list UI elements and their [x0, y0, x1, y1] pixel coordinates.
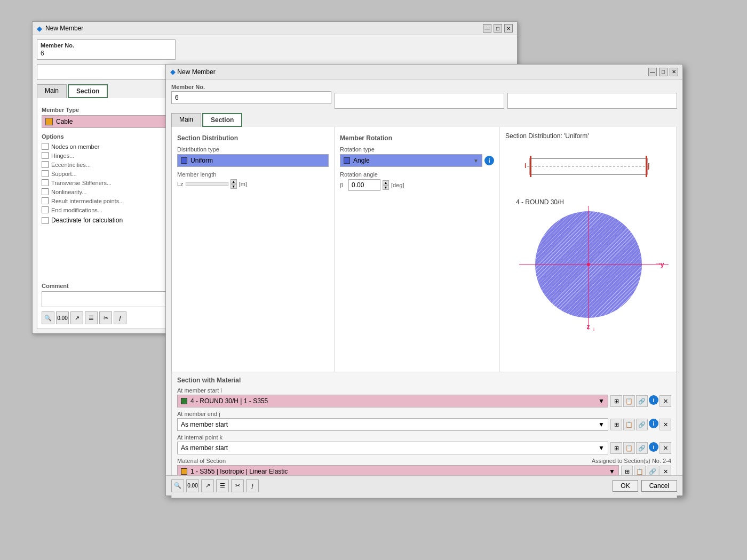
- at-internal-tool-5[interactable]: ✕: [659, 442, 671, 454]
- rotation-type-row: Angle ▼ i: [340, 154, 494, 167]
- bg-cb-support-box[interactable]: [42, 170, 49, 177]
- material-value: 1 - S355 | Isotropic | Linear Elastic: [190, 468, 288, 475]
- dist-type-swatch: [181, 157, 187, 164]
- rotation-type-dropdown[interactable]: Angle ▼: [340, 154, 482, 167]
- bg-member-no-value[interactable]: 6: [41, 50, 172, 57]
- main-tabs: Main Section: [171, 113, 677, 127]
- axis-z-arrow: ↓: [593, 326, 595, 332]
- at-end-value: As member start: [181, 421, 228, 428]
- main-bottom-zero[interactable]: 0.00: [186, 479, 199, 492]
- at-internal-row: At internal point k As member start ▼ ⊞ …: [177, 434, 671, 454]
- bg-title-bar: ◆ New Member — □ ✕: [33, 22, 517, 35]
- at-internal-tool-3[interactable]: 🔗: [636, 442, 648, 454]
- rotation-type-label: Rotation type: [340, 146, 494, 153]
- at-end-tool-1[interactable]: ⊞: [610, 419, 622, 430]
- material-assigned: Assigned to Section(s) No. 2-4: [592, 458, 671, 464]
- at-internal-select[interactable]: As member start ▼: [177, 442, 608, 454]
- at-start-row: At member start i 4 - ROUND 30/H | 1 - S…: [177, 387, 671, 407]
- bg-cb-ecc-box[interactable]: [42, 161, 49, 168]
- at-internal-info[interactable]: i: [649, 442, 658, 452]
- bg-cable-value: Cable: [56, 118, 73, 125]
- at-start-tool-3[interactable]: 🔗: [636, 395, 648, 407]
- svg-rect-5: [646, 156, 647, 177]
- bg-cable-dropdown[interactable]: Cable ▼: [42, 115, 180, 128]
- lz-input[interactable]: [186, 182, 228, 186]
- main-bottom-function[interactable]: ƒ: [246, 479, 259, 492]
- at-end-tool-5[interactable]: ✕: [659, 419, 671, 430]
- bg-minimize-button[interactable]: —: [483, 24, 491, 33]
- bg-icon-scissors[interactable]: ✂: [99, 311, 112, 324]
- main-content: Member No. 6 Main Section Section Distri…: [166, 79, 682, 502]
- bg-deactivate-cb[interactable]: [42, 217, 49, 224]
- lz-spin-down[interactable]: ▼: [231, 184, 237, 189]
- at-end-tool-2[interactable]: 📋: [623, 419, 635, 430]
- main-bottom-arrow[interactable]: ↗: [201, 479, 214, 492]
- cancel-button[interactable]: Cancel: [641, 480, 677, 492]
- bg-icon-table[interactable]: ☰: [85, 311, 98, 324]
- bg-icon-zero[interactable]: 0.00: [56, 311, 69, 324]
- bg-cb-result-box[interactable]: [42, 197, 49, 204]
- main-tab-body: Section Distribution Distribution type U…: [171, 127, 677, 372]
- bg-title-controls[interactable]: — □ ✕: [483, 24, 513, 33]
- bg-cb-support-label: Support...: [51, 171, 77, 177]
- bg-cb-stiff-box[interactable]: [42, 179, 49, 186]
- at-start-info[interactable]: i: [649, 395, 658, 405]
- bg-cb-hinges-box[interactable]: [42, 152, 49, 159]
- bg-tab-section[interactable]: Section: [68, 84, 108, 98]
- rotation-info-btn[interactable]: i: [484, 156, 494, 165]
- ok-button[interactable]: OK: [613, 480, 638, 492]
- rotation-type-swatch: [344, 157, 350, 164]
- beta-spin-down[interactable]: ▼: [383, 185, 389, 190]
- at-end-select[interactable]: As member start ▼: [177, 418, 608, 431]
- rotation-type-value: Angle: [353, 157, 370, 164]
- dist-type-row: Uniform: [177, 154, 329, 167]
- at-internal-label: At internal point k: [177, 434, 671, 441]
- main-close-button[interactable]: ✕: [670, 68, 678, 76]
- dist-type-dropdown[interactable]: Uniform: [177, 154, 329, 167]
- main-bottom-scissors[interactable]: ✂: [231, 479, 244, 492]
- bg-comment-box[interactable]: [42, 291, 180, 307]
- at-end-label: At member end j: [177, 411, 671, 417]
- main-tab-section[interactable]: Section: [202, 113, 242, 127]
- main-minimize-button[interactable]: —: [648, 68, 657, 76]
- beta-spin-up[interactable]: ▲: [383, 180, 389, 185]
- at-start-select[interactable]: 4 - ROUND 30/H | 1 - S355 ▼: [177, 395, 608, 407]
- bg-icon-search[interactable]: 🔍: [42, 311, 54, 324]
- bg-icon-function[interactable]: ƒ: [114, 311, 126, 324]
- bg-cb-nonlin-box[interactable]: [42, 188, 49, 195]
- bg-icon-arrow[interactable]: ↗: [70, 311, 83, 324]
- main-bottom-search[interactable]: 🔍: [171, 479, 184, 492]
- main-maximize-button[interactable]: □: [659, 68, 667, 76]
- section-material-area: Section with Material At member start i …: [171, 372, 677, 483]
- dialog-buttons: OK Cancel: [613, 480, 677, 492]
- lz-spin-up[interactable]: ▲: [231, 179, 237, 184]
- bg-tab-main[interactable]: Main: [37, 84, 67, 98]
- at-start-tool-2[interactable]: 📋: [623, 395, 635, 407]
- main-bottom-tools: 🔍 0.00 ↗ ☰ ✂ ƒ: [171, 479, 259, 492]
- beta-unit: [deg]: [391, 182, 404, 188]
- beta-input[interactable]: 0.00: [348, 179, 380, 191]
- bg-cb-nodes-box[interactable]: [42, 143, 49, 150]
- bg-close-button[interactable]: ✕: [504, 24, 513, 33]
- rotation-type-arrow: ▼: [473, 158, 479, 164]
- main-title-controls[interactable]: — □ ✕: [648, 68, 678, 76]
- lz-label: Lz: [177, 181, 184, 187]
- bg-maximize-button[interactable]: □: [494, 24, 502, 33]
- at-internal-tools: ⊞ 📋 🔗 i ✕: [610, 442, 671, 454]
- at-end-info[interactable]: i: [649, 419, 658, 428]
- main-bottom-table[interactable]: ☰: [216, 479, 229, 492]
- section-dist-title: Section Distribution: [177, 134, 329, 142]
- main-tab-main[interactable]: Main: [171, 113, 201, 127]
- at-start-tool-5[interactable]: ✕: [659, 395, 671, 407]
- at-start-tool-1[interactable]: ⊞: [610, 395, 622, 407]
- at-start-value: 4 - ROUND 30/H | 1 - S355: [190, 397, 268, 405]
- at-end-tool-3[interactable]: 🔗: [636, 419, 648, 430]
- at-internal-tool-2[interactable]: 📋: [623, 442, 635, 454]
- bg-cb-endmod-box[interactable]: [42, 206, 49, 213]
- at-internal-arrow: ▼: [598, 444, 605, 452]
- main-member-no-value[interactable]: 6: [171, 91, 331, 104]
- bg-cb-nonlin-label: Nonlinearity...: [51, 189, 86, 195]
- rotation-angle-label: Rotation angle: [340, 171, 494, 178]
- at-internal-tool-1[interactable]: ⊞: [610, 442, 622, 454]
- axis-line-h: [519, 265, 669, 265]
